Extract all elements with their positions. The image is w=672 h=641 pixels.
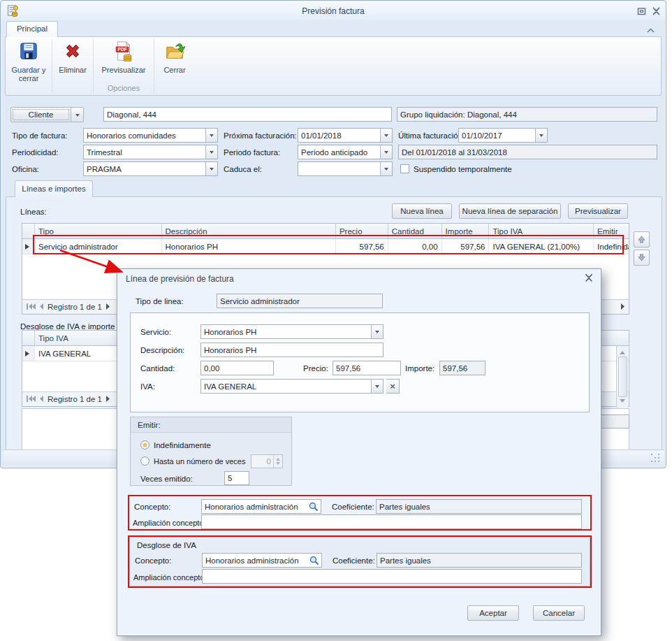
cantidad-input[interactable]: 0,00 — [200, 361, 274, 375]
hscroll-right-icon[interactable] — [620, 303, 625, 311]
linea-prevision-dialog: Línea de previsión de factura Tipo de li… — [117, 268, 601, 636]
suspendido-checkbox[interactable] — [400, 164, 409, 173]
chevron-down-icon[interactable] — [380, 129, 392, 142]
ampliacion-concepto-label: Ampliación concepto: — [133, 570, 207, 584]
importe-label: Importe: — [405, 361, 434, 375]
suspendido-label: Suspendido temporalmente — [414, 161, 512, 176]
cantidad-label: Cantidad: — [140, 361, 175, 375]
nueva-linea-separacion-button[interactable]: Nueva línea de separación — [459, 203, 561, 219]
tipo-factura-combo[interactable]: Honorarios comunidades — [83, 128, 218, 143]
desglose-concepto-input[interactable]: Honorarios administración — [202, 553, 322, 568]
coeficiente-label: Coeficiente: — [332, 499, 374, 514]
concepto-input[interactable]: Honorarios administración — [201, 499, 321, 514]
veces-emitido-field[interactable]: 5 — [224, 471, 249, 485]
chevron-down-icon[interactable] — [205, 162, 217, 175]
window-titlebar: Previsión factura — [1, 1, 665, 20]
move-row-down-button[interactable] — [634, 250, 650, 266]
previsualizar-button[interactable]: Previsualizar — [568, 203, 628, 219]
aceptar-button[interactable]: Aceptar — [467, 605, 519, 621]
chevron-down-icon[interactable] — [535, 129, 547, 142]
radio-indefinidamente[interactable] — [140, 440, 149, 449]
cancelar-button[interactable]: Cancelar — [533, 605, 585, 621]
close-window-button[interactable]: Cerrar — [163, 39, 185, 84]
scroll-down-icon[interactable] — [620, 399, 625, 405]
cliente-dropdown-button[interactable] — [71, 107, 84, 122]
chevron-down-icon[interactable] — [205, 145, 217, 159]
concepto-label: Concepto: — [134, 499, 170, 514]
annotation-desglose-highlight: Desglose de IVA Concepto: Honorarios adm… — [128, 535, 592, 588]
dialog-close-icon[interactable] — [585, 274, 593, 283]
periodicidad-label: Periodicidad: — [12, 145, 58, 159]
nav-next-icon[interactable] — [105, 395, 110, 403]
coeficiente-field: Partes iguales — [376, 499, 582, 514]
nav-record-label: Registro 1 de 1 — [48, 303, 102, 311]
chevron-down-icon[interactable] — [371, 325, 383, 338]
nueva-linea-button[interactable]: Nueva línea — [392, 203, 452, 219]
oficina-combo[interactable]: PRAGMA — [83, 161, 218, 176]
chevron-down-icon[interactable] — [380, 162, 392, 175]
collapse-ribbon-icon[interactable] — [647, 26, 655, 34]
dialog-title: Línea de previsión de factura — [126, 274, 234, 284]
periodicidad-combo[interactable]: Trimestral — [83, 145, 218, 159]
nav-prev-icon[interactable] — [39, 395, 44, 403]
tab-principal[interactable]: Principal — [6, 21, 58, 37]
cliente-value-field[interactable]: Diagonal, 444 — [103, 107, 392, 122]
ampliacion-concepto-input[interactable] — [201, 514, 582, 529]
servicio-label: Servicio: — [140, 324, 171, 339]
proxima-facturacion-combo[interactable]: 01/01/2018 — [298, 128, 393, 143]
chevron-down-icon[interactable] — [380, 145, 392, 159]
cliente-button[interactable]: Cliente — [10, 107, 71, 122]
ribbon-group-label: Opciones — [95, 84, 152, 94]
spin-up-icon[interactable] — [276, 456, 280, 461]
ribbon-group-opciones: PDF Previsualizar Opciones — [94, 37, 154, 95]
resize-grip[interactable] — [651, 454, 659, 462]
desglose-coeficiente-field: Partes iguales — [377, 553, 582, 568]
desglose-ampliacion-input[interactable] — [202, 569, 582, 584]
scroll-up-icon[interactable] — [620, 348, 625, 354]
nav-first-icon[interactable] — [26, 395, 36, 403]
grupo-liquidacion-field: Grupo liquidación: Diagonal, 444 — [397, 107, 657, 122]
ampliacion-concepto-label: Ampliación concepto: — [133, 515, 206, 530]
emitir-groupbox: Emitir: Indefinidamente Hasta un número … — [130, 417, 292, 486]
search-icon[interactable] — [307, 500, 321, 513]
proxima-facturacion-label: Próxima facturación: — [224, 128, 297, 143]
scrollbar-thumb[interactable] — [618, 356, 627, 397]
ribbon-tabstrip: Principal — [5, 21, 662, 36]
caduca-el-combo[interactable] — [298, 161, 393, 176]
move-row-up-button[interactable] — [634, 231, 650, 247]
radio-hasta-label: Hasta un número de veces — [154, 454, 245, 468]
iva-clear-icon[interactable]: × — [386, 379, 400, 394]
radio-hasta-numero-veces[interactable] — [140, 456, 149, 466]
chevron-down-icon[interactable] — [371, 380, 383, 393]
spin-down-icon[interactable] — [276, 462, 280, 467]
precio-input[interactable]: 597,56 — [333, 361, 401, 375]
servicio-combo[interactable]: Honorarios PH — [200, 324, 384, 339]
veces-spinner[interactable]: 0 — [251, 454, 283, 468]
svg-text:PDF: PDF — [118, 47, 127, 52]
ribbon: Guardar y cerrar Eliminar PDF — [5, 36, 662, 96]
restore-button[interactable] — [637, 7, 646, 17]
nav-prev-icon[interactable] — [39, 303, 44, 311]
close-icon[interactable] — [652, 7, 661, 17]
close-folder-icon — [164, 41, 185, 64]
importe-field: 597,56 — [439, 361, 485, 375]
vertical-scrollbar[interactable] — [616, 346, 628, 408]
oficina-label: Oficina: — [12, 161, 39, 176]
search-icon[interactable] — [307, 554, 321, 567]
periodo-factura-combo[interactable]: Periodo anticipado — [298, 145, 393, 159]
concepto-label: Concepto: — [135, 553, 171, 568]
ultima-facturacion-label: Última facturación: — [398, 128, 465, 143]
iva-combo[interactable]: IVA GENERAL — [200, 379, 384, 394]
caduca-el-label: Caduca el: — [224, 161, 262, 176]
down-arrow-icon — [637, 253, 646, 262]
save-and-close-button[interactable]: Guardar y cerrar — [7, 39, 50, 84]
chevron-down-icon[interactable] — [205, 129, 217, 142]
delete-button[interactable]: Eliminar — [59, 39, 87, 84]
ultima-facturacion-combo[interactable]: 01/10/2017 — [458, 128, 548, 143]
nav-next-icon[interactable] — [105, 303, 110, 311]
ribbon-group-save: Guardar y cerrar — [6, 37, 52, 95]
tab-lineas-importes[interactable]: Líneas e importes — [15, 180, 93, 197]
descripcion-input[interactable]: Honorarios PH — [200, 343, 384, 357]
preview-button[interactable]: PDF Previsualizar — [102, 39, 146, 84]
nav-first-icon[interactable] — [26, 303, 36, 311]
